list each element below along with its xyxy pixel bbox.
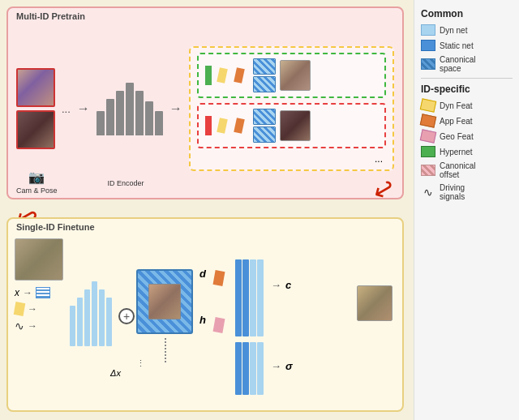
cube-stack-1 <box>253 58 276 92</box>
legend-common-title: Common <box>421 8 513 19</box>
delta-x-label: Δx <box>110 368 121 378</box>
dyn-feat-2 <box>217 118 228 134</box>
wave-swatch: ∿ <box>421 186 435 199</box>
legend-divider <box>421 78 513 79</box>
legend-item-hypernet: Hypernet <box>421 146 513 157</box>
legend-panel: Common Dyn net Static net Canonicalspace… <box>414 0 519 420</box>
pretrain-ellipsis: ... <box>62 103 71 115</box>
content-area: Multi-ID Pretrain ... → <box>0 0 412 420</box>
static-bars-sigma <box>235 342 264 395</box>
geo-feat-legend-label: Geo Feat <box>440 132 474 141</box>
cam-pose-label: Cam & Pose <box>16 186 58 195</box>
c-label: c <box>285 279 291 291</box>
legend-item-driving-signals: ∿ Drivingsignals <box>421 183 513 201</box>
face-pretrain-out-2 <box>280 110 311 141</box>
hypernet-swatch <box>421 146 435 157</box>
hypernet-feat-2 <box>205 116 212 135</box>
dyn-net-swatch <box>421 24 435 36</box>
face-man <box>16 110 55 149</box>
face-finetune-output <box>357 285 392 321</box>
app-feat-legend-label: App Feat <box>440 117 473 126</box>
canonical-space-swatch <box>421 58 435 70</box>
camera-icon: 📷 <box>28 169 45 185</box>
app-feat-1 <box>234 67 245 84</box>
dyn-feat-1 <box>217 67 228 84</box>
face-pretrain-out-1 <box>280 60 311 91</box>
d-label: d <box>199 268 206 280</box>
finetune-ellipsis: ⋮ <box>136 358 145 369</box>
dotted-line-v <box>165 338 166 362</box>
dyn-net-label: Dyn net <box>440 26 467 35</box>
face-finetune <box>15 238 63 281</box>
hypernet-feat-1 <box>205 66 212 85</box>
output-section: ... <box>189 46 394 171</box>
app-feat-2 <box>234 118 245 134</box>
legend-item-static-net: Static net <box>421 40 513 51</box>
dyn-feat-input <box>14 302 26 316</box>
static-net-swatch <box>421 40 435 51</box>
face-woman <box>16 68 55 107</box>
static-bars-c <box>235 259 264 336</box>
pretrain-faces-col <box>16 68 55 149</box>
hypernet-legend-label: Hypernet <box>440 148 473 156</box>
canonical-space-label: Canonicalspace <box>440 55 475 73</box>
main-container: Multi-ID Pretrain ... → <box>0 0 519 420</box>
finetune-content: x → → ∿ → <box>15 237 396 405</box>
cube-stack-2 <box>253 109 276 143</box>
canonical-cube-main <box>136 269 193 334</box>
finetune-box: Single-ID Finetune x → <box>6 217 404 412</box>
pretrain-box: Multi-ID Pretrain ... → <box>6 6 404 199</box>
plus-circle: + <box>118 308 135 324</box>
legend-item-dyn-net: Dyn net <box>421 24 513 36</box>
encoder-visual <box>97 83 163 135</box>
legend-id-title: ID-specific <box>421 84 513 95</box>
face-output-right <box>357 285 392 321</box>
wave-icon-input: ∿ <box>15 319 24 332</box>
finetune-title: Single-ID Finetune <box>16 222 95 232</box>
h-label: h <box>199 314 206 326</box>
driving-signals-legend-label: Drivingsignals <box>440 183 465 201</box>
output-row-red <box>197 103 386 148</box>
legend-item-dyn-feat: Dyn Feat <box>421 100 513 111</box>
output-row-green <box>197 53 386 98</box>
finetune-face-area <box>15 238 63 281</box>
c-area: → c <box>271 279 291 291</box>
pretrain-arrow1: → <box>77 101 90 116</box>
pretrain-arrow2: → <box>169 101 182 116</box>
dyn-feat-swatch <box>420 98 437 112</box>
legend-item-geo-feat: Geo Feat <box>421 131 513 142</box>
input-signals: x → → ∿ → <box>15 287 50 332</box>
sigma-label: σ <box>285 360 293 372</box>
geo-feat-swatch <box>420 129 437 143</box>
canonical-offset-swatch <box>421 165 435 176</box>
static-net-label: Static net <box>440 41 474 50</box>
geo-feat-h <box>213 317 225 333</box>
legend-item-app-feat: App Feat <box>421 115 513 126</box>
dyn-net-bars <box>70 281 112 346</box>
canonical-offset-legend-label: Canonicaloffset <box>440 161 475 179</box>
legend-item-canonical-space: Canonicalspace <box>421 55 513 73</box>
pretrain-title: Multi-ID Pretrain <box>16 11 85 21</box>
app-feat-swatch <box>420 114 437 127</box>
app-feat-d <box>213 270 225 286</box>
legend-item-canonical-offset: Canonicaloffset <box>421 161 513 179</box>
id-encoder-label: ID Encoder <box>108 179 144 187</box>
pretrain-out-ellipsis: ... <box>197 153 386 165</box>
x-label: x <box>15 287 19 298</box>
dyn-feat-legend-label: Dyn Feat <box>440 101 473 110</box>
sigma-area: → σ <box>271 360 293 372</box>
